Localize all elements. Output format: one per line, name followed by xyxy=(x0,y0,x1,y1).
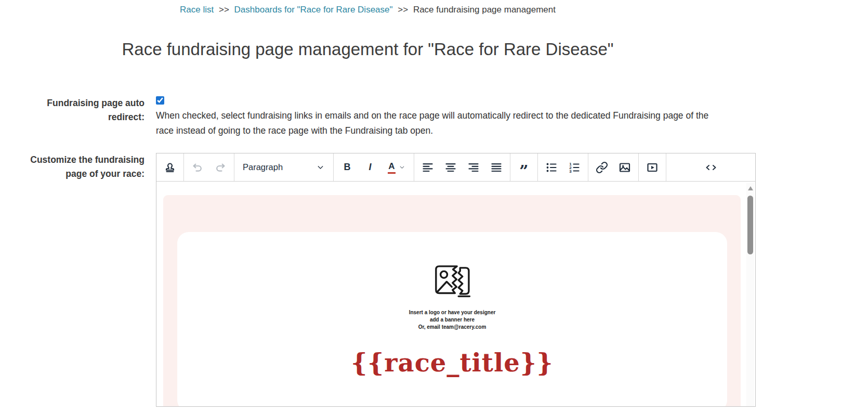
breadcrumb-link-dashboards[interactable]: Dashboards for "Race for Rare Disease" xyxy=(234,5,393,15)
breadcrumb-current-page: Race fundraising page management xyxy=(413,5,556,15)
breadcrumb: Race list >> Dashboards for "Race for Ra… xyxy=(0,0,735,15)
media-play-icon xyxy=(646,161,659,174)
customize-label: Customize the fundraising page of your r… xyxy=(29,153,144,181)
bold-icon: B xyxy=(344,162,351,173)
text-color-swatch xyxy=(388,172,396,174)
bullet-list-button[interactable] xyxy=(540,156,563,179)
align-justify-button[interactable] xyxy=(485,156,508,179)
italic-button[interactable]: I xyxy=(359,156,382,179)
align-justify-icon xyxy=(490,161,503,174)
fundraising-page-preview: Insert a logo or have your designer add … xyxy=(163,195,741,406)
banner-caption-line: add a banner here xyxy=(177,316,727,324)
blockquote-button[interactable]: ” xyxy=(512,156,535,179)
align-center-icon xyxy=(444,161,457,174)
align-center-button[interactable] xyxy=(439,156,462,179)
bullet-list-icon xyxy=(545,161,558,174)
fundraising-page-card: Insert a logo or have your designer add … xyxy=(177,232,727,406)
banner-caption-line: Or, email team@racery.com xyxy=(177,324,727,331)
numbered-list-button[interactable]: 1 2 3 xyxy=(563,156,586,179)
numbered-list-icon: 1 2 3 xyxy=(568,161,581,174)
link-icon xyxy=(596,161,608,174)
chevron-down-icon xyxy=(316,163,325,172)
stamp-icon xyxy=(164,161,176,174)
italic-icon: I xyxy=(369,162,371,173)
blockquote-icon: ” xyxy=(519,169,528,174)
breadcrumb-separator: >> xyxy=(219,5,229,15)
auto-redirect-row: Fundraising page auto redirect: When che… xyxy=(29,96,868,138)
auto-redirect-checkbox[interactable] xyxy=(156,96,164,105)
toolbar-group-text-style: B I A xyxy=(334,153,414,181)
insert-image-button[interactable] xyxy=(613,156,636,179)
customize-row: Customize the fundraising page of your r… xyxy=(29,153,868,407)
banner-caption-line: Insert a logo or have your designer xyxy=(177,309,727,316)
align-right-icon xyxy=(467,161,480,174)
toolbar-group-insert xyxy=(588,153,639,181)
toolbar-group-blockquote: ” xyxy=(510,153,538,181)
align-left-icon xyxy=(422,161,434,174)
code-icon xyxy=(704,161,718,174)
auto-redirect-help-text: When checked, select fundraising links i… xyxy=(156,108,711,138)
auto-redirect-label: Fundraising page auto redirect: xyxy=(29,96,144,124)
breadcrumb-separator: >> xyxy=(398,5,408,15)
text-color-icon: A xyxy=(388,161,396,174)
page-title: Race fundraising page management for "Ra… xyxy=(0,39,735,60)
align-right-button[interactable] xyxy=(462,156,485,179)
rich-text-editor: Paragraph B I xyxy=(156,153,756,407)
paragraph-format-dropdown[interactable]: Paragraph xyxy=(236,156,331,179)
merge-tag-stamp-button[interactable] xyxy=(159,156,181,179)
svg-text:3: 3 xyxy=(569,169,572,173)
undo-button[interactable] xyxy=(186,156,209,179)
chevron-down-icon xyxy=(399,164,405,171)
toolbar-group-format: Paragraph xyxy=(234,153,334,181)
race-fundraising-form: Fundraising page auto redirect: When che… xyxy=(0,96,868,407)
toolbar-group-align xyxy=(414,153,510,181)
undo-icon xyxy=(191,161,204,174)
insert-link-button[interactable] xyxy=(590,156,613,179)
scrollbar-up-arrow-icon[interactable] xyxy=(748,186,753,190)
breadcrumb-link-race-list[interactable]: Race list xyxy=(180,5,214,15)
paragraph-format-value: Paragraph xyxy=(243,162,283,172)
toolbar-group-history xyxy=(184,153,234,181)
toolbar-group-media xyxy=(639,153,666,181)
redo-icon xyxy=(214,161,227,174)
race-title-placeholder: {{race_title}} xyxy=(177,348,727,377)
toolbar-group-code xyxy=(666,153,755,181)
banner-caption: Insert a logo or have your designer add … xyxy=(177,309,727,331)
image-icon xyxy=(619,161,631,174)
broken-image-placeholder-icon xyxy=(432,262,472,303)
toolbar-group-merge-tag xyxy=(156,153,184,181)
scrollbar-thumb[interactable] xyxy=(747,196,753,254)
redo-button[interactable] xyxy=(209,156,232,179)
source-code-button[interactable] xyxy=(695,156,727,179)
insert-media-button[interactable] xyxy=(641,156,664,179)
editor-scrollbar[interactable] xyxy=(746,183,754,406)
editor-toolbar: Paragraph B I xyxy=(156,153,755,182)
align-left-button[interactable] xyxy=(416,156,439,179)
editor-content-area[interactable]: Insert a logo or have your designer add … xyxy=(156,182,755,406)
text-color-button[interactable]: A xyxy=(382,156,412,179)
bold-button[interactable]: B xyxy=(336,156,359,179)
toolbar-group-lists: 1 2 3 xyxy=(538,153,588,181)
